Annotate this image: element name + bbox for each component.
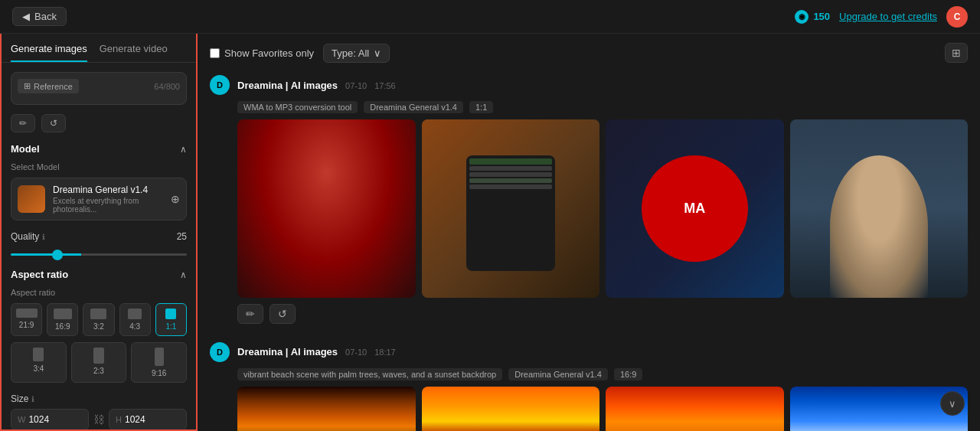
favorites-label: Show Favorites only xyxy=(224,47,314,59)
model-settings-button[interactable]: ⊕ xyxy=(171,193,180,205)
quality-label: Quality ℹ xyxy=(11,231,45,242)
generation-block-1: D Dreamina | AI images 07-10 17:56 WMA t… xyxy=(210,75,968,324)
tab-generate-video[interactable]: Generate video xyxy=(100,43,168,62)
aspect-shape-21-9 xyxy=(16,309,38,318)
back-label: Back xyxy=(34,11,57,22)
topbar-right: ◉ 150 Upgrade to get credits C xyxy=(795,6,968,28)
reference-label: Reference xyxy=(34,82,73,91)
aspect-shape-16-9 xyxy=(54,309,72,319)
main-content: Show Favorites only Type: All ∨ ⊞ D Drea… xyxy=(198,34,980,431)
aspect-shape-1-1 xyxy=(165,309,176,319)
size-label: Size ℹ xyxy=(11,393,187,404)
width-field: W xyxy=(11,409,89,430)
gen-actions-1: ✏ ↺ xyxy=(237,304,968,324)
image-grid-2 xyxy=(237,387,968,432)
gen-time-2: 18:17 xyxy=(374,348,396,357)
image-cell-2-3[interactable] xyxy=(606,387,784,432)
width-label: W xyxy=(18,415,25,424)
aspect-shape-4-3 xyxy=(128,309,142,319)
type-filter-label: Type: All xyxy=(332,47,369,59)
edit-prompt-button[interactable]: ✏ xyxy=(11,114,35,132)
refresh-gen-1-button[interactable]: ↺ xyxy=(270,304,296,324)
upgrade-button[interactable]: Upgrade to get credits xyxy=(839,11,937,22)
favorites-filter[interactable]: Show Favorites only xyxy=(210,47,314,59)
credits-badge: ◉ 150 xyxy=(795,10,830,24)
image-cell-1-1[interactable] xyxy=(237,119,416,298)
gen-date-1: 07-10 xyxy=(345,81,367,90)
aspect-ratio-label: Aspect ratio xyxy=(11,288,187,297)
user-avatar[interactable]: C xyxy=(946,6,968,28)
aspect-16-9[interactable]: 16:9 xyxy=(47,303,78,336)
aspect-ratio-title: Aspect ratio xyxy=(11,269,68,280)
width-input[interactable] xyxy=(28,414,82,425)
aspect-shape-3-2 xyxy=(90,309,106,319)
back-arrow-icon: ◀ xyxy=(22,11,30,22)
image-cell-2-2[interactable] xyxy=(422,387,600,432)
gen-model-tag-2: Dreamina General v1.4 xyxy=(508,368,608,380)
model-desc: Excels at everything from photorealis... xyxy=(53,197,163,214)
refresh-prompt-button[interactable]: ↺ xyxy=(41,114,66,132)
image-cell-1-4[interactable] xyxy=(790,119,969,298)
back-button[interactable]: ◀ Back xyxy=(12,7,67,26)
gen-avatar-2: D xyxy=(210,342,230,362)
aspect-2-3[interactable]: 2:3 xyxy=(71,342,127,383)
aspect-shape-9-16 xyxy=(155,348,164,366)
image-icon: ⊞ xyxy=(24,81,31,91)
gen-avatar-1: D xyxy=(210,75,230,95)
image-grid-1: MA xyxy=(237,119,968,298)
gen-header-1: D Dreamina | AI images 07-10 17:56 xyxy=(210,75,968,95)
content-topbar: Show Favorites only Type: All ∨ ⊞ xyxy=(210,43,968,63)
tab-generate-images[interactable]: Generate images xyxy=(11,43,87,62)
save-button[interactable]: ⊞ xyxy=(945,43,968,63)
aspect-3-2[interactable]: 3:2 xyxy=(83,303,114,336)
aspect-ratio-header[interactable]: Aspect ratio ∧ xyxy=(11,269,187,280)
reference-button[interactable]: ⊞ Reference xyxy=(18,79,79,93)
scroll-bottom-button[interactable]: ∨ xyxy=(940,391,965,416)
credits-count: 150 xyxy=(813,11,830,22)
height-input[interactable] xyxy=(125,414,180,425)
model-section-header[interactable]: Model ∧ xyxy=(11,143,187,155)
model-card[interactable]: Dreamina General v1.4 Excels at everythi… xyxy=(11,178,187,220)
save-icon: ⊞ xyxy=(952,47,961,59)
quality-info-icon[interactable]: ℹ xyxy=(42,233,45,241)
edit-gen-1-button[interactable]: ✏ xyxy=(237,304,263,324)
size-inputs: W ⛓ H xyxy=(11,409,187,430)
link-icon: ⛓ xyxy=(93,413,104,426)
aspect-1-1[interactable]: 1:1 xyxy=(155,303,187,336)
height-label: H xyxy=(116,415,122,424)
aspect-21-9[interactable]: 21:9 xyxy=(11,303,42,336)
main-layout: Generate images Generate video ⊞ Referen… xyxy=(0,34,980,431)
prompt-toolbar: ⊞ Reference 64/800 xyxy=(18,79,180,93)
select-model-label: Select Model xyxy=(11,162,187,171)
aspect-ratio-section: Aspect ratio ∧ Aspect ratio 21:9 16:9 xyxy=(11,269,187,383)
model-thumbnail xyxy=(18,185,45,213)
model-chevron-icon: ∧ xyxy=(180,144,187,155)
type-filter[interactable]: Type: All ∨ xyxy=(323,44,390,63)
image-cell-1-2[interactable] xyxy=(422,119,600,298)
model-title: Model xyxy=(11,143,40,155)
type-chevron-icon: ∨ xyxy=(374,47,381,59)
gen-header-2: D Dreamina | AI images 07-10 18:17 xyxy=(210,342,968,362)
size-section: Size ℹ W ⛓ H xyxy=(11,393,187,430)
aspect-shape-3-4 xyxy=(33,348,44,361)
favorites-checkbox[interactable] xyxy=(210,48,220,58)
gen-ratio-tag-1: 1:1 xyxy=(469,101,493,113)
gen-tags-2: vibrant beach scene with palm trees, wav… xyxy=(237,368,968,380)
quality-row: Quality ℹ 25 xyxy=(11,231,187,242)
aspect-shape-2-3 xyxy=(93,348,104,364)
model-name: Dreamina General v1.4 xyxy=(53,184,163,195)
model-section: Model ∧ Select Model Dreamina General v1… xyxy=(11,143,187,220)
aspect-3-4[interactable]: 3:4 xyxy=(11,342,67,383)
quality-section: Quality ℹ 25 xyxy=(11,231,187,258)
size-info-icon[interactable]: ℹ xyxy=(31,395,34,403)
model-info: Dreamina General v1.4 Excels at everythi… xyxy=(53,184,163,214)
gen-title-row-1: Dreamina | AI images 07-10 17:56 xyxy=(237,80,396,91)
quality-value: 25 xyxy=(177,231,187,242)
aspect-4-3[interactable]: 4:3 xyxy=(119,303,151,336)
quality-slider[interactable] xyxy=(11,253,187,256)
image-cell-2-1[interactable] xyxy=(237,387,416,432)
aspect-9-16[interactable]: 9:16 xyxy=(131,342,187,383)
height-field: H xyxy=(109,409,187,430)
gen-title-row-2: Dreamina | AI images 07-10 18:17 xyxy=(237,346,396,358)
image-cell-1-3[interactable]: MA xyxy=(606,119,784,298)
